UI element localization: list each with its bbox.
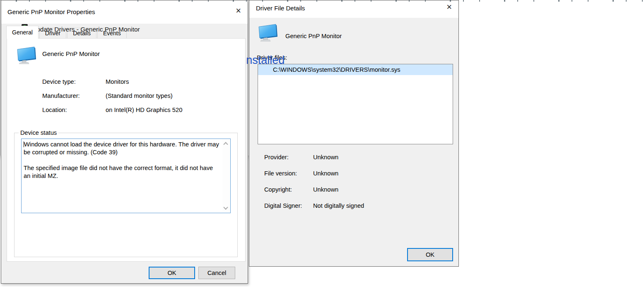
scroll-down-icon[interactable] — [223, 205, 228, 209]
provider-label: Provider: — [264, 154, 289, 161]
driver-file-details-title: Driver File Details — [256, 5, 305, 12]
monitor-icon — [17, 46, 36, 64]
scrollbar[interactable] — [222, 139, 230, 212]
status-paragraph-1: Windows cannot load the device driver fo… — [24, 141, 219, 156]
status-paragraph-2: The specified image file did not have th… — [24, 165, 213, 179]
driver-file-row-selected[interactable]: C:\WINDOWS\system32\DRIVERS\monitor.sys — [258, 64, 453, 75]
update-drivers-title: Update Drivers - Generic PnP Monitor — [32, 26, 140, 33]
close-icon[interactable]: × — [446, 3, 452, 11]
provider-value: Unknown — [313, 154, 338, 161]
ok-button[interactable]: OK — [149, 267, 195, 279]
monitor-icon — [258, 24, 278, 42]
location-label: Location: — [42, 107, 67, 113]
manufacturer-label: Manufacturer: — [42, 92, 80, 99]
device-name: Generic PnP Monitor — [285, 33, 342, 39]
general-tab-page: Generic PnP Monitor Device type: Monitor… — [7, 38, 246, 262]
clipped-text-artifact — [5, 0, 644, 2]
copyright-value: Unknown — [313, 186, 338, 193]
device-status-label: Device status — [19, 129, 58, 136]
tab-general[interactable]: General — [6, 26, 39, 39]
device-type-value: Monitors — [106, 78, 129, 85]
device-status-textbox[interactable]: Windows cannot load the device driver fo… — [21, 139, 231, 213]
screenshot-canvas: Generic PnP Monitor Properties × General… — [0, 0, 644, 287]
properties-dialog-title: Generic PnP Monitor Properties — [7, 8, 95, 15]
file-version-value: Unknown — [313, 170, 338, 177]
cancel-button[interactable]: Cancel — [198, 267, 235, 279]
driver-file-details-titlebar: Driver File Details × — [249, 0, 458, 18]
driver-file-details-dialog: Driver File Details × Generic PnP Monito… — [249, 0, 459, 267]
device-type-label: Device type: — [42, 78, 76, 85]
copyright-label: Copyright: — [264, 186, 292, 193]
scroll-up-icon[interactable] — [223, 142, 228, 146]
monitor-properties-dialog: Generic PnP Monitor Properties × General… — [1, 0, 248, 284]
manufacturer-value: (Standard monitor types) — [106, 92, 173, 99]
ok-button[interactable]: OK — [407, 248, 453, 261]
digital-signer-label: Digital Signer: — [264, 202, 302, 209]
file-version-label: File version: — [264, 170, 297, 177]
location-value: on Intel(R) HD Graphics 520 — [106, 107, 182, 113]
properties-titlebar: Generic PnP Monitor Properties × — [1, 0, 248, 24]
device-status-groupbox: Device status Windows cannot load the de… — [14, 133, 238, 257]
device-name: Generic PnP Monitor — [42, 50, 100, 57]
digital-signer-value: Not digitally signed — [313, 202, 364, 209]
close-icon[interactable]: × — [236, 7, 241, 15]
